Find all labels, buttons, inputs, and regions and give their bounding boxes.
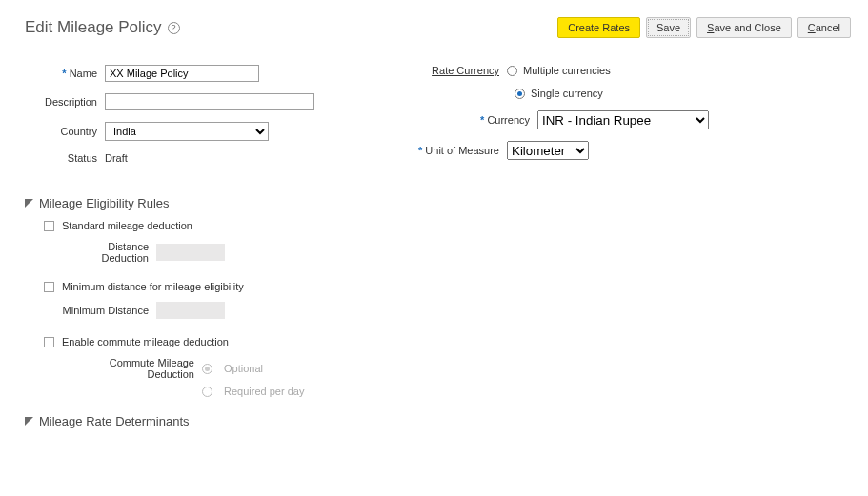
status-label: Status — [25, 152, 105, 164]
country-label: Country — [25, 126, 105, 137]
commute-required-label: Required per day — [224, 386, 304, 397]
name-input[interactable] — [105, 65, 259, 82]
distance-deduction-label: Distance Deduction — [61, 241, 156, 264]
min-distance-checkbox[interactable] — [44, 282, 54, 292]
commute-required-row: Required per day — [61, 386, 851, 397]
eligibility-section-header[interactable]: Mileage Eligibility Rules — [25, 196, 851, 210]
uom-label: Unit of Measure — [415, 145, 507, 156]
standard-deduction-label: Standard mileage deduction — [62, 220, 192, 231]
commute-rule-label: Enable commute mileage deduction — [62, 336, 229, 347]
rate-currency-label[interactable]: Rate Currency — [415, 65, 507, 76]
min-distance-input-row: Minimum Distance — [61, 302, 851, 319]
create-rates-button[interactable]: Create Rates — [557, 17, 640, 38]
country-row: Country India — [25, 122, 406, 141]
name-row: Name — [25, 65, 406, 82]
description-row: Description — [25, 93, 406, 110]
page-title: Edit Mileage Policy — [25, 18, 162, 37]
min-distance-rule-label: Minimum distance for mileage eligibility — [62, 281, 244, 292]
form-columns: Name Description Country India Status Dr… — [25, 65, 851, 175]
disclose-icon — [25, 199, 33, 208]
description-label: Description — [25, 96, 105, 108]
rate-determinants-section-header[interactable]: Mileage Rate Determinants — [25, 414, 851, 428]
single-currency-label: Single currency — [531, 88, 603, 99]
min-distance-label: Minimum Distance — [61, 305, 156, 316]
save-button[interactable]: Save — [646, 17, 691, 38]
uom-select[interactable]: Kilometer — [507, 141, 589, 160]
multiple-currencies-radio[interactable] — [507, 66, 517, 76]
status-row: Status Draft — [25, 152, 406, 164]
uom-row: Unit of Measure Kilometer — [415, 141, 851, 160]
commute-block: Enable commute mileage deduction Commute… — [44, 336, 851, 397]
country-select[interactable]: India — [105, 122, 269, 141]
commute-optional-label: Optional — [224, 363, 263, 374]
description-input[interactable] — [105, 93, 314, 110]
commute-required-radio — [202, 387, 212, 397]
help-icon[interactable]: ? — [168, 22, 180, 34]
currency-label: Currency — [461, 114, 537, 126]
svg-marker-1 — [25, 417, 33, 426]
single-currency-row: Single currency — [515, 88, 851, 99]
standard-deduction-block: Standard mileage deduction Distance Dedu… — [44, 220, 851, 264]
rate-currency-row: Rate Currency Multiple currencies — [415, 65, 851, 76]
currency-select[interactable]: INR - Indian Rupee — [537, 110, 709, 129]
single-currency-radio[interactable] — [515, 89, 525, 99]
right-column: Rate Currency Multiple currencies Single… — [406, 65, 851, 175]
eligibility-title: Mileage Eligibility Rules — [39, 196, 170, 210]
standard-deduction-checkbox[interactable] — [44, 221, 54, 231]
commute-optional-radio — [202, 364, 212, 374]
cancel-button[interactable]: Cancel — [797, 17, 851, 38]
commute-deduction-label: Commute Mileage Deduction — [61, 357, 202, 380]
disclose-icon — [25, 417, 33, 426]
rate-determinants-title: Mileage Rate Determinants — [39, 414, 190, 428]
header-row: Edit Mileage Policy ? Create Rates Save … — [25, 17, 851, 38]
commute-checkbox[interactable] — [44, 337, 54, 347]
name-label: Name — [25, 68, 105, 79]
distance-deduction-row: Distance Deduction — [61, 241, 851, 264]
currency-row: Currency INR - Indian Rupee — [461, 110, 851, 129]
multiple-currencies-label: Multiple currencies — [523, 65, 611, 76]
min-distance-input — [156, 302, 225, 319]
save-and-close-button[interactable]: Save and Close — [696, 17, 792, 38]
svg-marker-0 — [25, 199, 33, 208]
min-distance-row: Minimum distance for mileage eligibility — [44, 281, 851, 292]
min-distance-block: Minimum distance for mileage eligibility… — [44, 281, 851, 319]
distance-deduction-input — [156, 244, 225, 261]
commute-row: Enable commute mileage deduction — [44, 336, 851, 347]
standard-deduction-row: Standard mileage deduction — [44, 220, 851, 231]
commute-optional-row: Commute Mileage Deduction Optional — [61, 357, 851, 380]
status-value: Draft — [105, 152, 128, 164]
left-column: Name Description Country India Status Dr… — [25, 65, 406, 175]
